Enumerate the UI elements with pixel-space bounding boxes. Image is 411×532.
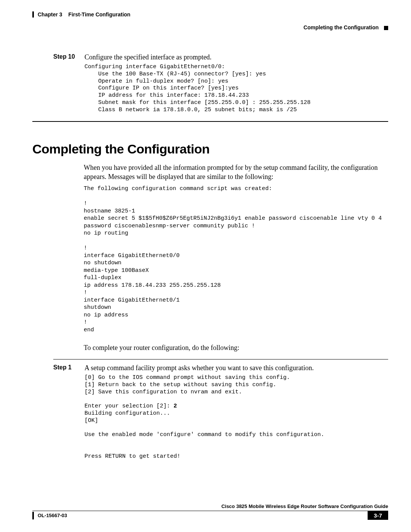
footer-pagenum: 3-7: [368, 511, 388, 520]
chapter-title: First-Time Configuration: [68, 11, 131, 18]
step1-selection: 2: [174, 403, 177, 409]
section-marker-icon: [384, 26, 388, 30]
step-10-text: Configure the specified interface as pro…: [84, 53, 388, 61]
step-1-code: [0] Go to the IOS command prompt without…: [84, 374, 388, 460]
step-1-row: Step 1 A setup command facility prompt a…: [53, 364, 388, 372]
footer-left: OL-15667-03: [32, 512, 67, 519]
step-divider: [53, 359, 388, 359]
content-area: Step 10 Configure the specified interfac…: [53, 53, 388, 113]
section-body: When you have provided all the informati…: [84, 163, 388, 352]
footer-row: OL-15667-03 3-7: [32, 511, 388, 520]
config-script-code: The following configuration command scri…: [84, 185, 388, 334]
section-right-text: Completing the Configuration: [304, 24, 379, 30]
footer-accent-bar: [32, 512, 34, 519]
complete-paragraph: To complete your router configuration, d…: [84, 343, 388, 352]
footer-docid: OL-15667-03: [38, 513, 67, 518]
section-heading: Completing the Configuration: [32, 142, 388, 157]
section-divider: [32, 121, 388, 122]
step-10-row: Step 10 Configure the specified interfac…: [53, 53, 388, 61]
page-footer: Cisco 3825 Mobile Wireless Edge Router S…: [32, 503, 388, 520]
page-header: Chapter 3 First-Time Configuration: [32, 11, 388, 18]
header-accent-bar: [32, 11, 34, 18]
step-1-label: Step 1: [53, 364, 84, 372]
step-10-label: Step 10: [53, 53, 84, 61]
step1-area: Step 1 A setup command facility prompt a…: [53, 364, 388, 460]
footer-guide-title: Cisco 3825 Mobile Wireless Edge Router S…: [32, 503, 388, 509]
page: Chapter 3 First-Time Configuration Compl…: [0, 0, 411, 532]
step1-code-post: Building configuration... [OK] Use the e…: [84, 410, 324, 460]
step1-code-pre: [0] Go to the IOS command prompt without…: [84, 374, 290, 409]
chapter-label: Chapter 3: [38, 11, 62, 18]
step-10-code: Configuring interface GigabitEthernet0/0…: [84, 64, 388, 113]
intro-paragraph: When you have provided all the informati…: [84, 163, 388, 181]
step-1-text: A setup command facility prompt asks whe…: [84, 364, 388, 372]
section-header-right: Completing the Configuration: [32, 24, 388, 30]
